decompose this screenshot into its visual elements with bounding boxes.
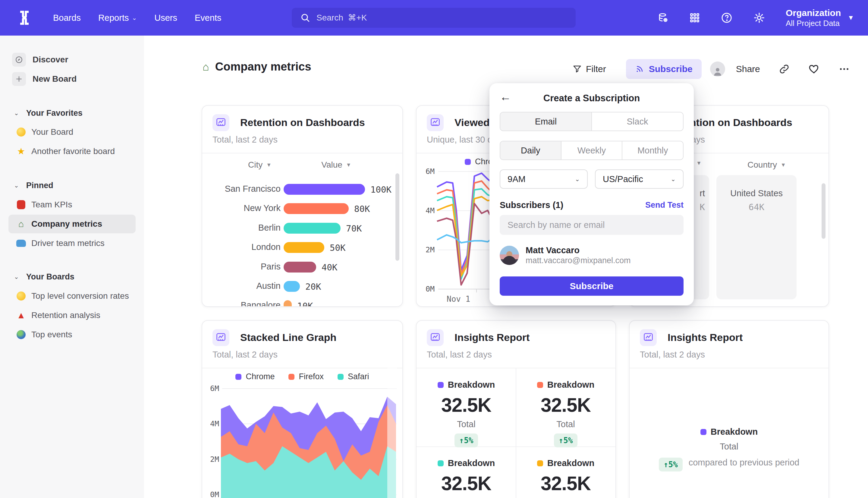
scrollbar[interactable] (396, 173, 399, 261)
nav-item-users[interactable]: Users (154, 13, 177, 23)
house-icon: ⌂ (202, 62, 209, 73)
org-switcher[interactable]: Organization All Project Data ▼ (786, 8, 854, 28)
metric-value: 32.5K (516, 472, 615, 495)
avatar[interactable] (710, 62, 725, 77)
person-icon (712, 66, 723, 77)
caret-down-icon: ▼ (780, 162, 786, 168)
legend-swatch (438, 460, 444, 466)
table-row-london[interactable]: London50K (202, 239, 402, 256)
sidebar-item-label: Retention analysis (31, 311, 101, 320)
subscribe-button[interactable]: Subscribe (626, 59, 702, 79)
tab-weekly[interactable]: Weekly (561, 141, 622, 159)
more-options-icon[interactable] (839, 63, 850, 75)
funnel-icon (573, 65, 582, 74)
column-header-country[interactable]: Country▼ (729, 160, 804, 170)
delta-badge: ↑5% (554, 433, 578, 447)
copy-link-icon[interactable] (779, 64, 790, 75)
row-value-label: 50K (330, 243, 345, 253)
card-stacked-line-graph: Stacked Line Graph Total, last 2 days Ch… (202, 320, 403, 498)
column-header-value[interactable]: Value▼ (297, 160, 376, 170)
metric-legend: Breakdown (416, 458, 516, 468)
subscriber-avatar (500, 246, 519, 265)
scrollbar[interactable] (822, 183, 826, 239)
report-chart-icon (213, 114, 229, 131)
sidebar-item-label: Company metrics (31, 219, 102, 229)
tab-monthly[interactable]: Monthly (622, 141, 683, 159)
metric-value: 32.5K (516, 394, 615, 416)
sidebar-item-top-level-conversion-rates[interactable]: Top level conversion rates (9, 287, 136, 305)
row-value-label: 70K (346, 223, 362, 234)
filter-button[interactable]: Filter (573, 64, 606, 74)
modal-subscribe-button[interactable]: Subscribe (500, 276, 683, 296)
table-row-san-francisco[interactable]: San Francisco100K (202, 181, 402, 198)
tab-email[interactable]: Email (500, 113, 591, 131)
mixpanel-logo[interactable] (14, 8, 35, 28)
apps-grid-icon[interactable] (689, 12, 700, 23)
search-icon (300, 13, 310, 23)
globe-icon (15, 330, 27, 339)
chevron-down-icon: ⌄ (14, 273, 19, 280)
sidebar-section-your-boards[interactable]: ⌄Your Boards (0, 267, 144, 286)
table-row-new-york[interactable]: New York80K (202, 200, 402, 217)
nav-item-events[interactable]: Events (195, 13, 222, 23)
row-value-label: 20K (305, 281, 321, 292)
timezone-select[interactable]: US/Pacific⌄ (595, 169, 683, 189)
column-header-hidden[interactable]: ▼ (693, 160, 705, 167)
delta-badge: ↑5% (454, 433, 478, 447)
sidebar-item-label: Another favorite board (31, 146, 115, 156)
sidebar-item-company-metrics[interactable]: ⌂Company metrics (9, 215, 136, 233)
sidebar-item-your-board[interactable]: Your Board (9, 123, 136, 141)
card-retention-on-dashboards: Retention on Dashboards Total, last 2 da… (202, 105, 403, 307)
table-row-paris[interactable]: Paris40K (202, 259, 402, 276)
send-test-link[interactable]: Send Test (645, 200, 683, 210)
nav-menu: BoardsReports⌄UsersEvents (53, 0, 222, 36)
sidebar-item-discover[interactable]: Discover (0, 50, 144, 69)
legend-swatch (438, 382, 444, 388)
top-nav: BoardsReports⌄UsersEvents (0, 0, 868, 36)
search-input[interactable] (316, 13, 528, 23)
nav-item-reports[interactable]: Reports⌄ (98, 13, 137, 23)
sidebar-item-top-events[interactable]: Top events (9, 325, 136, 344)
tab-daily[interactable]: Daily (500, 141, 561, 159)
column-header-city[interactable]: City▼ (220, 160, 299, 170)
sidebar-section-your-favorites[interactable]: ⌄Your Favorites (0, 103, 144, 123)
subscriber-search[interactable] (500, 215, 683, 235)
table-row-berlin[interactable]: Berlin70K (202, 220, 402, 237)
time-select[interactable]: 9AM⌄ (500, 169, 588, 189)
subscriber-row[interactable]: Matt Vaccaro matt.vaccaro@mixpanel.com (500, 245, 631, 265)
subscriber-search-input[interactable] (507, 220, 676, 230)
table-row-bangalore[interactable]: Bangalore10K (202, 297, 402, 307)
nav-item-boards[interactable]: Boards (53, 13, 81, 23)
sidebar-section-pinned[interactable]: ⌄Pinned (0, 176, 144, 195)
help-icon[interactable] (721, 12, 733, 24)
sidebar-item-another-favorite-board[interactable]: ★Another favorite board (9, 142, 136, 161)
chevron-down-icon: ⌄ (132, 14, 137, 22)
sidebar-item-retention-analysis[interactable]: ▲Retention analysis (9, 306, 136, 325)
subscribers-label: Subscribers (1) (500, 200, 563, 210)
gear-icon[interactable] (753, 12, 765, 24)
cell-value: 64K (717, 202, 797, 212)
nav-item-label: Boards (53, 13, 81, 23)
metric-breakdown-0: Breakdown32.5KTotal↑5% (416, 380, 516, 447)
sidebar-item-new-board[interactable]: New Board (0, 69, 144, 89)
page-title: ⌂ Company metrics (202, 60, 311, 73)
metric-breakdown-3: Breakdown32.5KTotal↑5% (516, 458, 615, 498)
breakdown-cell-united-states[interactable]: United States 64K (717, 175, 797, 299)
tab-slack[interactable]: Slack (591, 113, 683, 131)
card-subtitle: Unique, last 30 da (427, 135, 497, 145)
share-button[interactable]: Share (736, 64, 760, 74)
metric-breakdown-2: Breakdown32.5KTotal↑5% (416, 458, 516, 498)
rss-icon (635, 65, 644, 74)
compass-icon (12, 53, 26, 67)
table-row-austin[interactable]: Austin20K (202, 278, 402, 295)
sidebar-item-driver-team-metrics[interactable]: Driver team metrics (9, 234, 136, 253)
data-management-icon[interactable] (657, 12, 669, 24)
sidebar-item-team-kpis[interactable]: Team KPIs (9, 195, 136, 214)
report-chart-icon (640, 329, 657, 346)
report-chart-icon (213, 329, 229, 346)
favorite-heart-icon[interactable] (808, 63, 820, 75)
nav-search[interactable] (292, 8, 576, 28)
nerd-icon (15, 291, 27, 301)
row-city-label: London (205, 242, 281, 252)
car-icon (15, 240, 27, 247)
